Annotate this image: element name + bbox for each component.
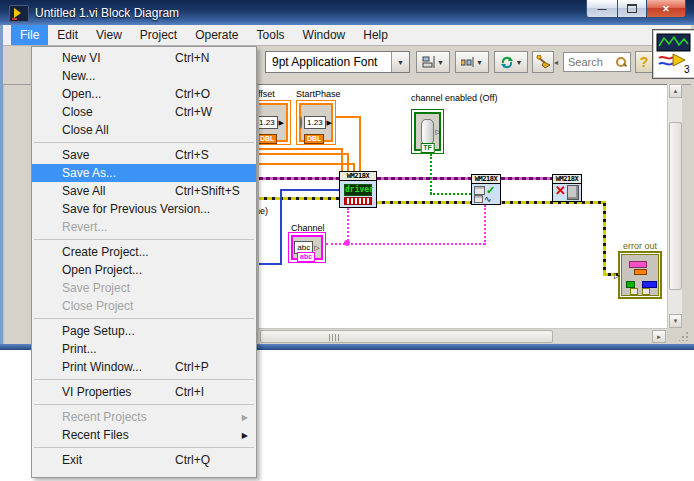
menubar-item-tools[interactable]: Tools <box>248 25 294 45</box>
scroll-up-button[interactable]: ▲ <box>669 84 682 98</box>
distribute-objects-button[interactable]: ▼ <box>455 51 489 73</box>
vi-icon-thumbnail[interactable]: 3 <box>652 29 694 79</box>
menu-item-exit[interactable]: ExitCtrl+Q <box>32 451 256 469</box>
menu-item-create-project[interactable]: Create Project... <box>32 243 256 261</box>
tf-type-tag: TF <box>420 143 435 153</box>
visa-wire[interactable] <box>377 177 471 180</box>
font-selector[interactable]: 9pt Application Font ▼ <box>265 51 410 73</box>
clean-up-diagram-button[interactable] <box>532 51 554 73</box>
startphase-control[interactable]: 1.23 ▶ DBL <box>296 100 336 145</box>
menu-item-shortcut: Ctrl+Q <box>175 453 210 467</box>
channel-string-control[interactable]: abc ▷ abc <box>288 232 326 263</box>
dbl-wire[interactable] <box>353 163 355 171</box>
dbl-wire[interactable] <box>259 163 353 165</box>
minimize-icon: — <box>598 4 607 14</box>
increment-arrow-icon: ▶ <box>279 119 284 127</box>
horizontal-scrollbar[interactable]: ► <box>259 328 667 343</box>
menu-item-page-setup[interactable]: Page Setup... <box>32 322 256 340</box>
scroll-grip-icon <box>329 334 339 341</box>
dbl-wire[interactable] <box>359 116 361 171</box>
vi-badge: 3 <box>684 64 690 75</box>
menu-item-open[interactable]: Open...Ctrl+O <box>32 85 256 103</box>
boolean-wire[interactable] <box>430 154 432 194</box>
menu-item-label: Print Window... <box>32 360 142 374</box>
title-bar[interactable]: Untitled 1.vi Block Diagram — ✕ <box>0 0 694 25</box>
wm218x-close-node[interactable]: WM218X ✕ <box>552 174 582 202</box>
dbl-wire[interactable] <box>259 153 347 155</box>
vertical-scrollbar[interactable]: ▲ ▼ <box>667 84 682 328</box>
int-wire[interactable] <box>280 189 282 265</box>
sine-label: (Sine) <box>259 206 268 216</box>
menu-item-shortcut: Ctrl+I <box>175 385 204 399</box>
menu-item-label: Open Project... <box>32 263 142 277</box>
menubar-item-project[interactable]: Project <box>131 25 186 45</box>
vertical-scroll-thumb[interactable] <box>669 122 682 290</box>
menu-item-open-project[interactable]: Open Project... <box>32 261 256 279</box>
offset-value[interactable]: 1.23 <box>259 116 278 129</box>
knob-icon <box>300 116 302 129</box>
menubar-item-file[interactable]: File <box>11 25 48 45</box>
menu-item-label: Close Project <box>32 299 133 313</box>
block-diagram-canvas[interactable]: Offset StartPhase channel enabled (Off) … <box>259 84 667 329</box>
menu-separator <box>34 404 254 405</box>
resize-grip-icon[interactable] <box>679 332 688 341</box>
menu-item-close[interactable]: CloseCtrl+W <box>32 103 256 121</box>
menubar-item-edit[interactable]: Edit <box>48 25 87 45</box>
menubar-item-view[interactable]: View <box>87 25 131 45</box>
menu-item-shortcut: Ctrl+W <box>175 105 212 119</box>
string-wire[interactable] <box>484 205 486 245</box>
startphase-value[interactable]: 1.23 <box>304 116 326 129</box>
close-button[interactable]: ✕ <box>647 0 686 18</box>
scroll-down-button[interactable]: ▼ <box>669 314 682 328</box>
toolbar-overflow-icon[interactable]: ◂ <box>554 58 558 67</box>
dbl-wire[interactable] <box>347 153 349 171</box>
font-selector-dropdown[interactable]: ▼ <box>391 52 409 72</box>
menubar-item-help[interactable]: Help <box>354 25 397 45</box>
horizontal-scroll-thumb[interactable] <box>260 330 553 343</box>
menu-item-save[interactable]: SaveCtrl+S <box>32 146 256 164</box>
menu-item-new[interactable]: New... <box>32 67 256 85</box>
terminal-arrow-icon: ▷ <box>614 271 620 280</box>
menu-item-vi-properties[interactable]: VI PropertiesCtrl+I <box>32 383 256 401</box>
visa-wire[interactable] <box>259 177 339 180</box>
submenu-arrow-icon: ▶ <box>242 431 248 440</box>
scroll-right-button[interactable]: ► <box>652 330 666 343</box>
menu-item-print-window[interactable]: Print Window...Ctrl+P <box>32 358 256 376</box>
cluster-mini-box <box>630 288 638 295</box>
int-wire[interactable] <box>259 263 282 265</box>
dbl-wire[interactable] <box>341 148 343 171</box>
menu-item-save-all[interactable]: Save AllCtrl+Shift+S <box>32 182 256 200</box>
menu-item-print[interactable]: Print... <box>32 340 256 358</box>
boolean-wire[interactable] <box>430 193 471 195</box>
int-wire[interactable] <box>280 189 339 191</box>
slide-switch-icon[interactable] <box>421 119 434 145</box>
search-box[interactable] <box>563 52 631 72</box>
menu-item-new-vi[interactable]: New VICtrl+N <box>32 49 256 67</box>
close-icon: ✕ <box>662 4 670 14</box>
visa-wire[interactable] <box>501 177 552 180</box>
wm218x-configure-node[interactable]: WM218X ✓ ∿ <box>471 174 501 205</box>
menubar-item-window[interactable]: Window <box>294 25 355 45</box>
channel-enabled-control[interactable]: ▷ TF <box>411 109 444 154</box>
menu-item-recent-projects: Recent Projects▶ <box>32 408 256 426</box>
menu-item-save-for-previous-version[interactable]: Save for Previous Version... <box>32 200 256 218</box>
context-help-button[interactable]: ? <box>635 51 653 73</box>
minimize-button[interactable]: — <box>586 0 618 18</box>
dbl-wire[interactable] <box>259 148 341 150</box>
offset-label: Offset <box>259 89 275 99</box>
error-wire[interactable] <box>603 201 606 275</box>
dbl-wire[interactable] <box>335 116 361 118</box>
align-objects-button[interactable]: ▼ <box>416 51 450 73</box>
error-wire[interactable] <box>259 197 339 200</box>
menu-item-recent-files[interactable]: Recent Files▶ <box>32 426 256 444</box>
reorder-button[interactable]: ▼ <box>494 51 528 73</box>
wm218x-initialize-node[interactable]: WM218X driver <box>339 171 377 208</box>
offset-control[interactable]: 1.23 ▶ DBL <box>259 100 291 145</box>
menu-item-save-as[interactable]: Save As... <box>32 164 256 182</box>
error-out-indicator[interactable]: ▷ <box>618 251 662 299</box>
scrollbar-corner <box>667 328 691 343</box>
menubar-item-operate[interactable]: Operate <box>186 25 247 45</box>
search-input[interactable] <box>564 55 616 69</box>
maximize-button[interactable] <box>618 0 647 18</box>
menu-item-close-all[interactable]: Close All <box>32 121 256 139</box>
